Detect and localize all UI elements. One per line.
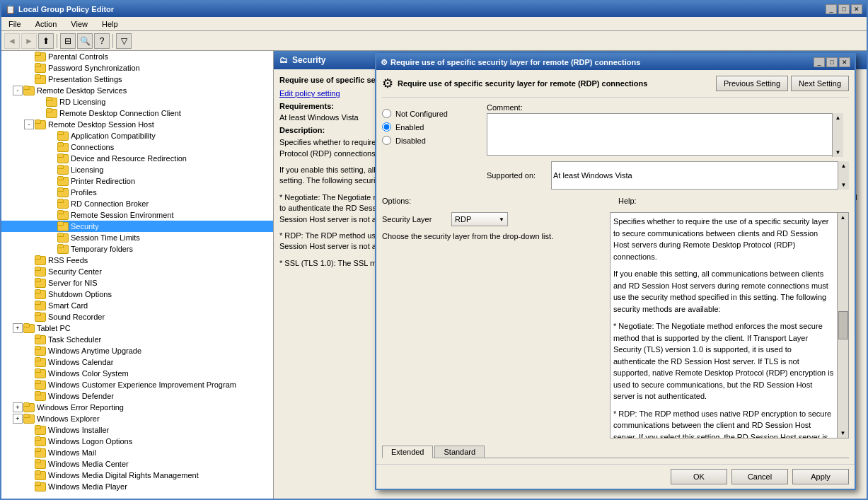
help-section: Specifies whether to require the use of … [610,212,849,438]
security-layer-row: Security Layer RDP ▼ [382,212,604,226]
help-text: Specifies whether to require the use of … [613,216,835,438]
modal-title-left: ⚙ Require use of specific security layer… [381,58,640,67]
comment-textarea[interactable] [487,113,843,156]
choose-text: Choose the security layer from the drop-… [382,232,604,240]
radio-disabled-input[interactable] [382,136,391,145]
modal-maximize-button[interactable]: □ [826,57,838,67]
supported-row: Supported on: At least Windows Vista ▲ ▼ [487,161,849,190]
options-help-row: Security Layer RDP ▼ Choose the security… [382,212,849,438]
radio-enabled[interactable]: Enabled [382,122,481,132]
radio-not-configured-input[interactable] [382,109,391,118]
help-para-1: Specifies whether to require the use of … [613,216,835,262]
app-window: 📋 Local Group Policy Editor _ □ ✕ File A… [0,0,868,500]
supported-scroll-down[interactable]: ▼ [841,182,847,188]
modal-setting-icon: ⚙ [382,76,393,91]
modal-setting-name: Require use of specific security layer f… [398,79,647,88]
comment-label: Comment: [487,103,843,112]
apply-button[interactable]: Apply [792,469,849,484]
radio-not-configured[interactable]: Not Configured [382,109,481,118]
options-section: Security Layer RDP ▼ Choose the security… [382,212,604,240]
modal-body: ⚙ Require use of specific security layer… [376,70,855,464]
options-label: Options: [382,197,411,205]
ok-button[interactable]: OK [671,469,727,484]
cancel-button[interactable]: Cancel [731,469,788,484]
modal-title: Require use of specific security layer f… [390,58,640,66]
select-arrow-icon: ▼ [499,216,504,223]
modal-close-button[interactable]: ✕ [839,57,850,67]
supported-scroll-up[interactable]: ▲ [841,163,847,169]
help-label: Help: [618,197,637,205]
modal-title-bar: ⚙ Require use of specific security layer… [376,54,855,70]
help-rdp: * RDP: The RDP method uses native RDP en… [613,408,835,439]
help-para-2: If you enable this setting, all communic… [613,268,835,315]
radio-group: Not Configured Enabled Disabled [382,109,481,145]
next-setting-button[interactable]: Next Setting [791,76,849,91]
comment-scroll-up[interactable]: ▲ [835,115,841,121]
help-scroll-down[interactable]: ▼ [840,430,846,436]
modal-top-row: Not Configured Enabled Disabled [382,103,849,190]
security-layer-label: Security Layer [382,215,446,223]
modal-icon: ⚙ [381,58,388,67]
supported-box: At least Windows Vista [551,161,849,190]
radio-disabled[interactable]: Disabled [382,136,481,145]
modal-overlay: ⚙ Require use of specific security layer… [0,0,868,500]
tab-extended[interactable]: Extended [382,446,433,458]
help-scroll-thumb[interactable] [838,311,848,339]
security-layer-select[interactable]: RDP ▼ [451,212,508,226]
help-negotiate: * Negotiate: The Negotiate method enforc… [613,320,835,402]
modal-footer: OK Cancel Apply [376,464,855,489]
radio-enabled-input[interactable] [382,122,391,132]
modal-controls: _ □ ✕ [814,57,850,67]
comment-scroll-down[interactable]: ▼ [835,149,841,156]
modal-minimize-button[interactable]: _ [814,57,825,67]
modal-dialog: ⚙ Require use of specific security layer… [375,53,856,490]
supported-label: Supported on: [487,171,547,180]
tab-standard[interactable]: Standard [434,446,485,458]
modal-tabs: Extended Standard [382,446,849,458]
help-scroll-up[interactable]: ▲ [840,214,846,221]
previous-setting-button[interactable]: Previous Setting [716,76,788,91]
comment-section: Comment: ▲ ▼ [487,103,849,190]
